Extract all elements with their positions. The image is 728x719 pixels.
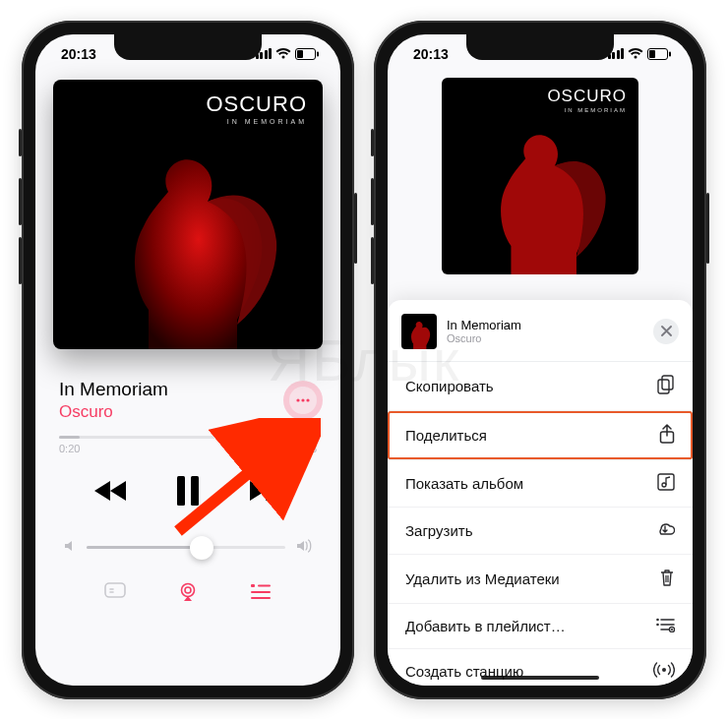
menu-item-album[interactable]: Показать альбом xyxy=(388,460,693,508)
bottom-bar xyxy=(53,582,323,606)
status-time: 20:13 xyxy=(413,46,449,62)
sheet-title: In Memoriam xyxy=(447,318,653,332)
mute-switch xyxy=(19,129,22,156)
menu-item-label: Удалить из Медиатеки xyxy=(405,570,560,587)
album-art[interactable]: OSCURO IN MEMORIAM xyxy=(53,80,323,349)
menu-item-station[interactable]: Создать станцию xyxy=(388,649,693,686)
power-button xyxy=(706,193,709,264)
volume-down-button xyxy=(19,237,22,284)
svg-rect-18 xyxy=(669,51,671,56)
menu-item-label: Добавить в плейлист… xyxy=(405,618,566,634)
svg-rect-1 xyxy=(297,50,303,58)
next-button[interactable] xyxy=(246,479,281,503)
album-art-figure xyxy=(90,133,286,349)
battery-icon xyxy=(295,48,319,60)
prev-button[interactable] xyxy=(94,479,130,503)
action-sheet: In Memoriam Oscuro СкопироватьПоделиться… xyxy=(388,300,693,686)
elapsed-time: 0:20 xyxy=(59,443,80,454)
svg-rect-11 xyxy=(251,584,255,587)
menu-item-trash[interactable]: Удалить из Медиатеки xyxy=(388,555,693,604)
more-icon xyxy=(296,398,310,402)
station-icon xyxy=(653,662,675,681)
album-art-background: OSCURO IN MEMORIAM xyxy=(442,78,638,274)
svg-point-9 xyxy=(185,587,191,593)
svg-point-4 xyxy=(301,398,304,401)
close-icon xyxy=(661,326,672,336)
action-menu: СкопироватьПоделитьсяПоказать альбомЗагр… xyxy=(388,362,693,686)
svg-rect-8 xyxy=(105,583,125,597)
home-indicator[interactable] xyxy=(481,676,599,680)
volume-high-icon xyxy=(295,539,313,557)
svg-rect-19 xyxy=(658,380,669,393)
notch xyxy=(466,34,614,60)
svg-point-25 xyxy=(656,623,659,626)
queue-button[interactable] xyxy=(250,582,272,606)
remaining-time: -3:58 xyxy=(292,443,317,454)
phone-right: 20:13 OSCURO IN MEMORIAM xyxy=(374,21,706,699)
svg-point-5 xyxy=(306,398,309,401)
svg-rect-2 xyxy=(317,51,319,56)
power-button xyxy=(354,193,357,264)
screen-left: 20:13 OSCURO IN MEMORIAM xyxy=(35,34,340,686)
menu-item-addlist[interactable]: Добавить в плейлист… xyxy=(388,604,693,649)
notch xyxy=(114,34,262,60)
share-icon xyxy=(659,424,675,447)
volume-down-button xyxy=(371,237,374,284)
status-indicators xyxy=(256,48,320,60)
status-indicators xyxy=(608,48,672,60)
comparison-stage: ЯБлык 20:13 xyxy=(0,0,728,719)
track-title: In Memoriam xyxy=(59,379,168,400)
copy-icon xyxy=(657,375,675,397)
menu-item-download[interactable]: Загрузить xyxy=(388,508,693,555)
track-titles: In Memoriam Oscuro xyxy=(59,379,168,422)
mute-switch xyxy=(371,129,374,156)
svg-rect-14 xyxy=(251,597,271,599)
svg-rect-12 xyxy=(258,584,271,586)
sheet-thumbnail xyxy=(401,314,437,349)
phone-left: 20:13 OSCURO IN MEMORIAM xyxy=(22,21,354,699)
svg-rect-13 xyxy=(251,591,271,593)
sheet-header: In Memoriam Oscuro xyxy=(388,312,693,361)
sheet-subtitle: Oscuro xyxy=(447,332,653,344)
menu-item-share[interactable]: Поделиться xyxy=(388,411,693,460)
track-meta-row: In Memoriam Oscuro xyxy=(53,379,323,422)
svg-point-27 xyxy=(662,668,666,672)
now-playing-view: OSCURO IN MEMORIAM xyxy=(35,74,340,606)
menu-item-label: Скопировать xyxy=(405,378,494,394)
lyrics-button[interactable] xyxy=(104,582,126,606)
download-icon xyxy=(655,520,675,541)
menu-item-label: Показать альбом xyxy=(405,475,523,492)
trash-icon xyxy=(659,568,675,590)
close-button[interactable] xyxy=(653,319,679,344)
svg-rect-7 xyxy=(191,476,199,506)
airplay-button[interactable] xyxy=(177,582,199,606)
playback-controls xyxy=(53,476,323,506)
menu-item-copy[interactable]: Скопировать xyxy=(388,362,693,411)
volume-up-button xyxy=(371,178,374,225)
album-art-title: OSCURO IN MEMORIAM xyxy=(206,93,307,125)
svg-point-10 xyxy=(182,583,195,596)
menu-item-label: Загрузить xyxy=(405,522,473,539)
screen-right: 20:13 OSCURO IN MEMORIAM xyxy=(388,34,693,686)
addlist-icon xyxy=(655,617,675,635)
svg-point-24 xyxy=(656,618,659,621)
status-time: 20:13 xyxy=(61,46,96,62)
track-artist[interactable]: Oscuro xyxy=(59,402,168,422)
volume-low-icon xyxy=(63,539,77,557)
svg-rect-20 xyxy=(662,376,673,389)
wifi-icon xyxy=(275,48,291,60)
album-icon xyxy=(657,473,675,494)
svg-rect-17 xyxy=(649,50,655,58)
volume-up-button xyxy=(19,178,22,225)
album-art-figure xyxy=(466,115,614,274)
album-art-title: OSCURO IN MEMORIAM xyxy=(547,88,627,113)
scrubber[interactable]: 0:20 -3:58 xyxy=(53,436,323,454)
svg-rect-6 xyxy=(177,476,185,506)
wifi-icon xyxy=(628,48,643,60)
menu-item-label: Поделиться xyxy=(405,427,487,444)
svg-point-3 xyxy=(296,398,299,401)
more-button[interactable] xyxy=(289,387,317,414)
pause-button[interactable] xyxy=(175,476,201,506)
battery-icon xyxy=(647,48,671,60)
volume-slider[interactable] xyxy=(53,539,323,557)
